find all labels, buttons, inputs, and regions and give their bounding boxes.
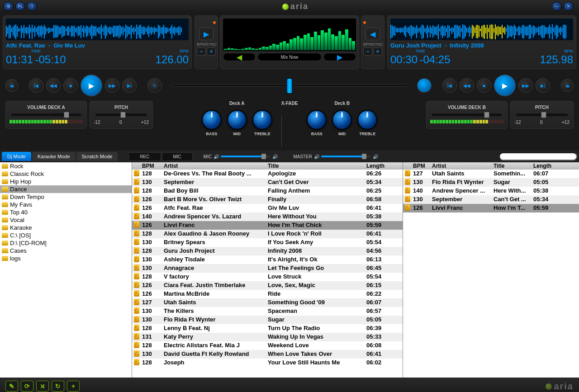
deck-a-waveform[interactable] xyxy=(6,19,189,40)
deck-b-rew-button[interactable]: ◀◀ xyxy=(460,78,474,93)
edit-button[interactable]: ✎ xyxy=(5,381,18,392)
deck-b-ff-button[interactable]: ▶▶ xyxy=(518,78,533,93)
qcol-artist[interactable]: Artist xyxy=(430,162,492,170)
track-row[interactable]: 128JosephYour Love Still Haunts Me06:02 xyxy=(132,359,403,367)
folder-item[interactable]: Classic Rock xyxy=(0,170,132,178)
rec-button[interactable]: REC xyxy=(128,152,161,161)
help-button[interactable]: ? xyxy=(27,2,37,11)
qcol-length[interactable]: Length xyxy=(532,162,557,170)
deck-a-ff-button[interactable]: ▶▶ xyxy=(105,78,119,93)
deck-b-loop-button[interactable]: ↻ xyxy=(417,78,432,93)
folder-item[interactable]: Dance xyxy=(0,185,132,193)
deck-a-stop-button[interactable]: ■ xyxy=(63,78,78,93)
folder-item[interactable]: D:\ [CD-ROM] xyxy=(0,239,132,247)
deck-b-treble-knob[interactable] xyxy=(357,110,377,130)
deck-a-pitch-slider[interactable] xyxy=(95,113,147,116)
track-row[interactable]: 126Livvi FrancHow I'm That Chick05:59 xyxy=(132,221,403,230)
repeat-button[interactable]: ↻ xyxy=(52,381,64,392)
queue-row[interactable]: 130SeptemberCan't Get ...05:34 xyxy=(403,195,579,204)
refresh-button[interactable]: ⟳ xyxy=(21,381,33,392)
settings-button[interactable]: ⚙ xyxy=(4,2,14,11)
track-row[interactable]: 128Electric Allstars Feat. Mia JWeekend … xyxy=(132,341,403,350)
track-row[interactable]: 126Atfc Feat. RaeGiv Me Luv06:41 xyxy=(132,204,403,213)
deck-a-eject-button[interactable]: ⏏ xyxy=(5,79,18,92)
minimize-button[interactable]: — xyxy=(552,2,562,11)
deck-b-stop-button[interactable]: ■ xyxy=(477,78,491,93)
folder-item[interactable]: My Favs xyxy=(0,201,132,208)
track-row[interactable]: 127Utah SaintsSomething Good '0906:07 xyxy=(132,298,403,307)
master-volume-slider[interactable] xyxy=(321,156,371,157)
deck-a-loop-button[interactable]: ↻ xyxy=(147,78,162,93)
deck-a-volume-slider[interactable] xyxy=(11,113,81,116)
sync-b-play-button[interactable]: ◀ xyxy=(365,28,380,40)
qcol-bpm[interactable]: BPM xyxy=(411,162,430,170)
track-row[interactable]: 128Lenny B Feat. NjTurn Up The Radio06:3… xyxy=(132,324,403,333)
deck-a-rew-button[interactable]: ◀◀ xyxy=(46,78,61,93)
mix-now-button[interactable]: Mix Now xyxy=(257,53,322,61)
mic-button[interactable]: MIC xyxy=(162,152,193,161)
mic-volume-slider[interactable] xyxy=(221,156,271,157)
track-row[interactable]: 128Bad Boy BillFalling Anthem06:25 xyxy=(132,187,403,195)
sync-a-play-button[interactable]: ▶ xyxy=(199,28,214,40)
search-input[interactable] xyxy=(499,152,577,161)
shuffle-button[interactable]: ⤨ xyxy=(36,381,49,392)
track-row[interactable]: 130SeptemberCan't Get Over05:34 xyxy=(132,178,403,187)
crossfader[interactable] xyxy=(162,84,417,87)
queue-row[interactable]: 140Andrew Spencer ...Here With...05:38 xyxy=(403,187,579,195)
close-button[interactable]: ✕ xyxy=(564,2,574,11)
col-bpm[interactable]: BPM xyxy=(140,162,162,170)
folder-item[interactable]: Hip Hop xyxy=(0,178,132,185)
crossfader-thumb[interactable] xyxy=(286,78,293,94)
deck-b-eject-button[interactable]: ⏏ xyxy=(561,79,574,92)
folder-item[interactable]: C:\ [OS] xyxy=(0,231,132,239)
folder-item[interactable]: Vocal xyxy=(0,216,132,224)
folder-item[interactable]: Cases xyxy=(0,247,132,255)
track-row[interactable]: 128De-Grees Vs. The Real Booty ...Apolog… xyxy=(132,170,403,178)
deck-b-waveform[interactable] xyxy=(390,19,573,40)
sync-a-plus-button[interactable]: + xyxy=(207,47,216,56)
queue-row[interactable]: 126Livvi FrancHow I'm T...05:59 xyxy=(403,204,579,213)
deck-b-volume-slider[interactable] xyxy=(432,113,502,116)
deck-a-prev-button[interactable]: |◀ xyxy=(29,78,43,93)
col-length[interactable]: Length xyxy=(365,162,392,170)
qcol-title[interactable]: Title xyxy=(492,162,532,170)
queue-row[interactable]: 130Flo Rida Ft WynterSugar05:05 xyxy=(403,178,579,187)
deck-a-mid-knob[interactable] xyxy=(227,110,247,130)
track-row[interactable]: 131Katy PerryWaking Up In Vegas05:33 xyxy=(132,333,403,341)
mix-left-button[interactable]: ◀ xyxy=(223,53,256,61)
deck-a-bass-knob[interactable] xyxy=(202,110,222,130)
track-row[interactable]: 130Britney SpearsIf You Seek Amy05:54 xyxy=(132,238,403,247)
deck-a-play-button[interactable]: ▶ xyxy=(81,75,102,96)
deck-b-mid-knob[interactable] xyxy=(332,110,352,130)
folder-item[interactable]: logs xyxy=(0,255,132,262)
track-row[interactable]: 130Ashley TisdaleIt's Alright, It's Ok06… xyxy=(132,255,403,264)
track-row[interactable]: 128Guru Josh ProjectInfinity 200804:56 xyxy=(132,247,403,255)
track-row[interactable]: 130David Guetta Ft Kelly RowlandWhen Lov… xyxy=(132,350,403,359)
karaoke-mode-tab[interactable]: Karaoke Mode xyxy=(32,152,76,161)
sync-a-minus-button[interactable]: − xyxy=(197,47,206,56)
playlist-button[interactable]: PL xyxy=(15,2,25,11)
track-row[interactable]: 126Bart B More Vs. Oliver TwiztFinally06… xyxy=(132,195,403,204)
dj-mode-tab[interactable]: Dj Mode xyxy=(2,152,31,161)
track-row[interactable]: 126Martina McBrideRide06:22 xyxy=(132,290,403,298)
col-title[interactable]: Title xyxy=(266,162,365,170)
deck-a-treble-knob[interactable] xyxy=(252,110,272,130)
folder-item[interactable]: Top 40 xyxy=(0,208,132,216)
track-row[interactable]: 130The KillersSpaceman06:57 xyxy=(132,307,403,316)
sync-b-minus-button[interactable]: − xyxy=(363,47,372,56)
track-row[interactable]: 128Alex Gaudino & Jason RooneyI Love Roc… xyxy=(132,230,403,238)
track-row[interactable]: 130AnnagraceLet The Feelings Go06:45 xyxy=(132,264,403,273)
track-row[interactable]: 126Ciara Feat. Justin TimberlakeLove, Se… xyxy=(132,281,403,290)
sync-b-plus-button[interactable]: + xyxy=(373,47,382,56)
track-row[interactable]: 130Flo Rida Ft WynterSugar05:05 xyxy=(132,316,403,324)
queue-row[interactable]: 127Utah SaintsSomethin...06:07 xyxy=(403,170,579,178)
track-row[interactable]: 128V factoryLove Struck05:54 xyxy=(132,273,403,281)
folder-item[interactable]: Karaoke xyxy=(0,224,132,231)
deck-a-next-button[interactable]: ▶| xyxy=(122,78,137,93)
deck-b-next-button[interactable]: ▶| xyxy=(536,78,550,93)
deck-b-prev-button[interactable]: |◀ xyxy=(442,78,457,93)
folder-item[interactable]: Down Tempo xyxy=(0,193,132,201)
col-artist[interactable]: Artist xyxy=(162,162,266,170)
deck-b-pitch-slider[interactable] xyxy=(516,113,568,116)
deck-b-play-button[interactable]: ▶ xyxy=(494,75,516,96)
